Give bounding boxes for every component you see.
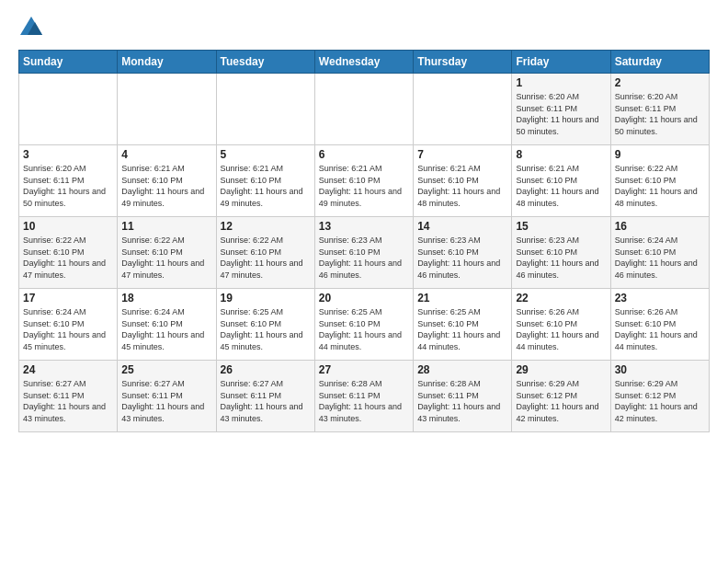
day-cell: 23Sunrise: 6:26 AM Sunset: 6:10 PM Dayli… (610, 289, 709, 361)
day-info: Sunrise: 6:21 AM Sunset: 6:10 PM Dayligh… (516, 163, 606, 209)
day-info: Sunrise: 6:21 AM Sunset: 6:10 PM Dayligh… (121, 163, 211, 209)
day-info: Sunrise: 6:20 AM Sunset: 6:11 PM Dayligh… (615, 91, 705, 137)
header (18, 15, 710, 40)
day-number: 17 (23, 292, 113, 304)
day-cell: 1Sunrise: 6:20 AM Sunset: 6:11 PM Daylig… (512, 74, 610, 145)
day-number: 18 (121, 292, 211, 304)
day-number: 3 (23, 148, 113, 161)
day-number: 23 (615, 292, 705, 304)
day-info: Sunrise: 6:22 AM Sunset: 6:10 PM Dayligh… (615, 163, 705, 209)
day-info: Sunrise: 6:22 AM Sunset: 6:10 PM Dayligh… (221, 235, 311, 281)
day-cell: 27Sunrise: 6:28 AM Sunset: 6:11 PM Dayli… (314, 361, 413, 432)
day-cell: 29Sunrise: 6:29 AM Sunset: 6:12 PM Dayli… (512, 361, 610, 432)
day-info: Sunrise: 6:27 AM Sunset: 6:11 PM Dayligh… (121, 378, 211, 424)
day-cell: 20Sunrise: 6:25 AM Sunset: 6:10 PM Dayli… (314, 289, 413, 361)
day-info: Sunrise: 6:24 AM Sunset: 6:10 PM Dayligh… (23, 306, 113, 352)
day-cell: 13Sunrise: 6:23 AM Sunset: 6:10 PM Dayli… (314, 217, 413, 289)
day-number: 14 (417, 220, 507, 233)
day-info: Sunrise: 6:22 AM Sunset: 6:10 PM Dayligh… (23, 235, 113, 281)
week-row-1: 1Sunrise: 6:20 AM Sunset: 6:11 PM Daylig… (19, 74, 710, 145)
day-number: 5 (221, 148, 311, 161)
day-info: Sunrise: 6:20 AM Sunset: 6:11 PM Dayligh… (516, 91, 606, 137)
day-info: Sunrise: 6:23 AM Sunset: 6:10 PM Dayligh… (319, 235, 409, 281)
calendar-header-row: SundayMondayTuesdayWednesdayThursdayFrid… (19, 51, 710, 74)
day-cell (216, 74, 314, 145)
page: SundayMondayTuesdayWednesdayThursdayFrid… (0, 0, 728, 442)
day-number: 24 (23, 363, 113, 376)
day-number: 13 (319, 220, 409, 233)
day-header-tuesday: Tuesday (216, 51, 314, 74)
day-number: 11 (121, 220, 211, 233)
week-row-5: 24Sunrise: 6:27 AM Sunset: 6:11 PM Dayli… (19, 361, 710, 432)
calendar-body: 1Sunrise: 6:20 AM Sunset: 6:11 PM Daylig… (19, 74, 710, 432)
day-info: Sunrise: 6:25 AM Sunset: 6:10 PM Dayligh… (417, 306, 507, 352)
day-cell: 10Sunrise: 6:22 AM Sunset: 6:10 PM Dayli… (19, 217, 118, 289)
logo (18, 15, 46, 40)
day-number: 28 (417, 363, 507, 376)
day-cell: 5Sunrise: 6:21 AM Sunset: 6:10 PM Daylig… (216, 145, 314, 217)
day-number: 1 (516, 76, 606, 89)
day-cell (118, 74, 216, 145)
day-cell: 3Sunrise: 6:20 AM Sunset: 6:11 PM Daylig… (19, 145, 118, 217)
day-number: 30 (615, 363, 705, 376)
day-number: 25 (121, 363, 211, 376)
day-number: 12 (221, 220, 311, 233)
day-number: 8 (516, 148, 606, 161)
day-header-thursday: Thursday (414, 51, 512, 74)
day-info: Sunrise: 6:29 AM Sunset: 6:12 PM Dayligh… (516, 378, 606, 424)
week-row-4: 17Sunrise: 6:24 AM Sunset: 6:10 PM Dayli… (19, 289, 710, 361)
day-cell: 25Sunrise: 6:27 AM Sunset: 6:11 PM Dayli… (118, 361, 216, 432)
day-cell: 21Sunrise: 6:25 AM Sunset: 6:10 PM Dayli… (414, 289, 512, 361)
day-cell: 8Sunrise: 6:21 AM Sunset: 6:10 PM Daylig… (512, 145, 610, 217)
day-cell: 11Sunrise: 6:22 AM Sunset: 6:10 PM Dayli… (118, 217, 216, 289)
day-info: Sunrise: 6:23 AM Sunset: 6:10 PM Dayligh… (417, 235, 507, 281)
day-cell (19, 74, 118, 145)
week-row-2: 3Sunrise: 6:20 AM Sunset: 6:11 PM Daylig… (19, 145, 710, 217)
day-number: 27 (319, 363, 409, 376)
day-cell: 14Sunrise: 6:23 AM Sunset: 6:10 PM Dayli… (414, 217, 512, 289)
day-info: Sunrise: 6:28 AM Sunset: 6:11 PM Dayligh… (417, 378, 507, 424)
day-number: 29 (516, 363, 606, 376)
week-row-3: 10Sunrise: 6:22 AM Sunset: 6:10 PM Dayli… (19, 217, 710, 289)
day-number: 2 (615, 76, 705, 89)
day-info: Sunrise: 6:20 AM Sunset: 6:11 PM Dayligh… (23, 163, 113, 209)
day-info: Sunrise: 6:21 AM Sunset: 6:10 PM Dayligh… (319, 163, 409, 209)
day-number: 22 (516, 292, 606, 304)
day-header-sunday: Sunday (19, 51, 118, 74)
day-info: Sunrise: 6:25 AM Sunset: 6:10 PM Dayligh… (221, 306, 311, 352)
day-cell: 18Sunrise: 6:24 AM Sunset: 6:10 PM Dayli… (118, 289, 216, 361)
day-cell: 19Sunrise: 6:25 AM Sunset: 6:10 PM Dayli… (216, 289, 314, 361)
day-header-wednesday: Wednesday (314, 51, 413, 74)
day-header-monday: Monday (118, 51, 216, 74)
day-cell (414, 74, 512, 145)
day-cell: 6Sunrise: 6:21 AM Sunset: 6:10 PM Daylig… (314, 145, 413, 217)
day-cell: 30Sunrise: 6:29 AM Sunset: 6:12 PM Dayli… (610, 361, 709, 432)
day-info: Sunrise: 6:25 AM Sunset: 6:10 PM Dayligh… (319, 306, 409, 352)
day-info: Sunrise: 6:29 AM Sunset: 6:12 PM Dayligh… (615, 378, 705, 424)
day-number: 6 (319, 148, 409, 161)
day-cell: 22Sunrise: 6:26 AM Sunset: 6:10 PM Dayli… (512, 289, 610, 361)
day-info: Sunrise: 6:27 AM Sunset: 6:11 PM Dayligh… (23, 378, 113, 424)
day-info: Sunrise: 6:24 AM Sunset: 6:10 PM Dayligh… (615, 235, 705, 281)
day-header-saturday: Saturday (610, 51, 709, 74)
day-info: Sunrise: 6:26 AM Sunset: 6:10 PM Dayligh… (516, 306, 606, 352)
day-cell: 15Sunrise: 6:23 AM Sunset: 6:10 PM Dayli… (512, 217, 610, 289)
day-cell (314, 74, 413, 145)
day-info: Sunrise: 6:27 AM Sunset: 6:11 PM Dayligh… (221, 378, 311, 424)
day-number: 9 (615, 148, 705, 161)
day-number: 15 (516, 220, 606, 233)
day-cell: 7Sunrise: 6:21 AM Sunset: 6:10 PM Daylig… (414, 145, 512, 217)
day-cell: 24Sunrise: 6:27 AM Sunset: 6:11 PM Dayli… (19, 361, 118, 432)
day-number: 19 (221, 292, 311, 304)
day-number: 20 (319, 292, 409, 304)
day-info: Sunrise: 6:26 AM Sunset: 6:10 PM Dayligh… (615, 306, 705, 352)
day-info: Sunrise: 6:23 AM Sunset: 6:10 PM Dayligh… (516, 235, 606, 281)
logo-icon (18, 15, 44, 40)
day-number: 21 (417, 292, 507, 304)
day-number: 26 (221, 363, 311, 376)
calendar-table: SundayMondayTuesdayWednesdayThursdayFrid… (18, 50, 710, 432)
day-cell: 12Sunrise: 6:22 AM Sunset: 6:10 PM Dayli… (216, 217, 314, 289)
day-cell: 9Sunrise: 6:22 AM Sunset: 6:10 PM Daylig… (610, 145, 709, 217)
day-cell: 28Sunrise: 6:28 AM Sunset: 6:11 PM Dayli… (414, 361, 512, 432)
day-number: 4 (121, 148, 211, 161)
